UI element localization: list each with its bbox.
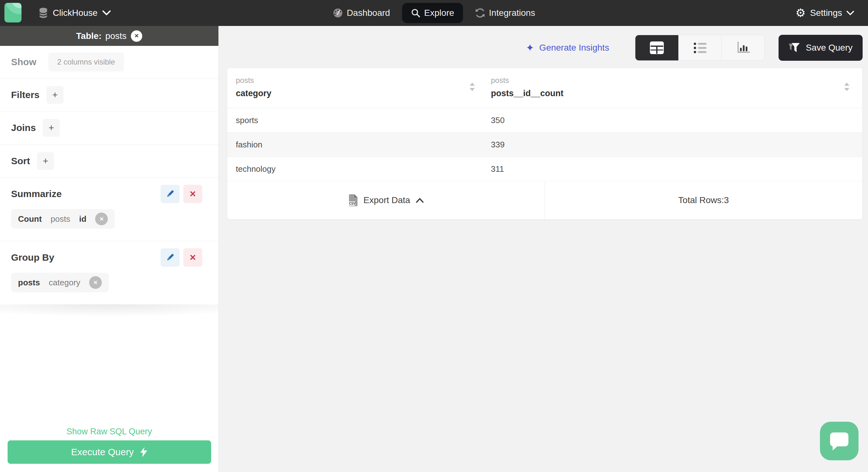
remove-table-button[interactable]: ✕ (131, 30, 142, 42)
nav-integrations-label: Integrations (489, 8, 535, 18)
save-query-button[interactable]: Save Query (779, 35, 863, 61)
table-cell: technology (227, 164, 483, 174)
close-icon: ✕ (189, 189, 196, 199)
edit-summarize-button[interactable] (161, 185, 180, 203)
joins-section: Joins + (0, 111, 218, 144)
table-cell: fashion (227, 140, 483, 150)
chart-view-button[interactable] (721, 35, 764, 60)
summarize-label: Summarize (11, 188, 161, 199)
chat-widget-button[interactable] (820, 422, 859, 460)
table-cell: 339 (483, 140, 862, 150)
chevron-down-icon (846, 11, 854, 16)
nav-dashboard-label: Dashboard (347, 8, 390, 18)
summarize-aggregation: Count (18, 214, 42, 224)
gauge-icon (333, 8, 343, 18)
close-icon: ✕ (93, 279, 98, 286)
table-name: posts (105, 31, 126, 41)
remove-summarize-chip-button[interactable]: ✕ (95, 213, 108, 225)
sections-end-shadow (0, 304, 218, 325)
topbar: ClickHouse Dashboard Explore (0, 0, 868, 26)
filters-section: Filters + (0, 78, 218, 111)
remove-summarize-button[interactable]: ✕ (183, 185, 202, 203)
close-icon: ✕ (189, 253, 196, 263)
table-cell: 311 (483, 164, 862, 174)
execute-query-label: Execute Query (71, 447, 134, 458)
sort-arrows-icon[interactable] (469, 82, 475, 92)
gear-icon: ⚙ (796, 7, 806, 19)
view-toggle-group (635, 35, 765, 61)
top-navigation: Dashboard Explore Integrations (331, 0, 537, 26)
joins-label: Joins (11, 122, 36, 133)
total-rows-indicator: Total Rows:3 (545, 181, 863, 219)
table-row: fashion 339 (227, 132, 862, 157)
remove-group-by-chip-button[interactable]: ✕ (89, 276, 102, 289)
chat-bubble-icon (828, 431, 850, 451)
selected-table-header: Table: posts ✕ (0, 26, 218, 46)
chevron-down-icon (102, 10, 111, 16)
close-icon: ✕ (134, 33, 139, 39)
table-header-row: posts category posts posts__id__count (227, 68, 862, 108)
csv-label: CSV (349, 202, 355, 205)
pencil-icon (165, 189, 175, 199)
nav-dashboard[interactable]: Dashboard (331, 3, 392, 23)
sparkle-icon: ✦ (526, 43, 534, 53)
group-by-section: Group By ✕ posts category ✕ (0, 241, 218, 304)
lightning-bolt-icon (140, 447, 148, 457)
add-join-button[interactable]: + (43, 119, 60, 137)
nav-explore[interactable]: Explore (402, 3, 463, 23)
generate-insights-button[interactable]: ✦ Generate Insights (526, 43, 609, 53)
column-header-count[interactable]: posts posts__id__count (483, 68, 862, 108)
add-sort-button[interactable]: + (37, 152, 54, 170)
table-cell: sports (227, 115, 483, 125)
table-label-prefix: Table: (76, 31, 101, 41)
remove-group-by-button[interactable]: ✕ (183, 248, 202, 267)
column-header-category[interactable]: posts category (227, 68, 483, 108)
columns-visible-chip[interactable]: 2 columns visible (49, 53, 124, 71)
results-area: ✦ Generate Insights (219, 26, 868, 472)
settings-menu[interactable]: ⚙ Settings (796, 0, 854, 26)
show-raw-sql-link[interactable]: Show Raw SQL Query (0, 427, 218, 437)
edit-group-by-button[interactable] (161, 248, 180, 267)
csv-file-icon: CSV (348, 194, 359, 207)
table-cell: 350 (483, 115, 862, 125)
sort-section: Sort + (0, 144, 218, 177)
nav-integrations[interactable]: Integrations (473, 3, 537, 23)
group-by-table: posts (18, 278, 40, 288)
save-query-label: Save Query (806, 43, 852, 53)
query-builder-sidebar: Table: posts ✕ Show 2 columns visible Fi… (0, 26, 219, 472)
table-row: technology 311 (227, 157, 862, 181)
table-view-icon (650, 41, 664, 54)
list-view-button[interactable] (678, 35, 721, 60)
plus-icon: + (49, 122, 54, 133)
results-table-card: posts category posts posts__id__count sp… (227, 68, 863, 219)
sort-arrows-icon[interactable] (844, 82, 850, 92)
app-logo[interactable] (4, 3, 22, 23)
plus-icon: + (43, 156, 49, 167)
group-by-column: category (49, 278, 80, 288)
database-selector[interactable]: ClickHouse (38, 0, 111, 26)
show-label: Show (11, 57, 36, 67)
brand-name: ClickHouse (53, 8, 98, 18)
export-data-button[interactable]: CSV Export Data (227, 181, 545, 219)
table-row: sports 350 (227, 108, 862, 132)
sync-icon (475, 8, 485, 18)
summarize-column: id (79, 214, 86, 224)
table-footer: CSV Export Data Total Rows:3 (227, 181, 862, 219)
plus-icon: + (52, 90, 58, 100)
list-view-icon (693, 42, 707, 54)
bar-chart-icon (736, 41, 750, 54)
add-filter-button[interactable]: + (46, 86, 64, 104)
filters-label: Filters (11, 90, 39, 100)
settings-label: Settings (810, 8, 842, 18)
column-name: posts__id__count (491, 89, 862, 98)
close-icon: ✕ (99, 216, 104, 223)
search-icon (411, 8, 421, 18)
pencil-icon (165, 253, 175, 262)
results-toolbar: ✦ Generate Insights (219, 35, 863, 61)
execute-query-button[interactable]: Execute Query (8, 440, 211, 464)
export-data-label: Export Data (364, 195, 410, 205)
generate-insights-label: Generate Insights (539, 43, 609, 53)
total-rows-label: Total Rows:3 (678, 195, 729, 205)
sort-label: Sort (11, 156, 30, 167)
table-view-button[interactable] (636, 35, 678, 60)
